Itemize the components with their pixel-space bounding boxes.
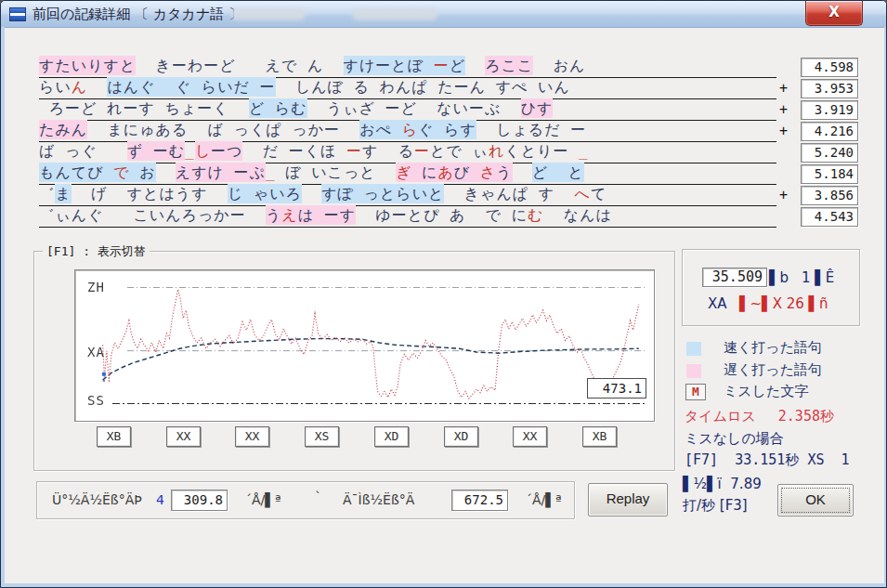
stats-groupbox xyxy=(682,249,860,326)
line-select-button[interactable]: XD xyxy=(444,426,478,447)
typed-segment: なんは xyxy=(543,205,611,225)
typed-segment: えすけ ーぷ xyxy=(176,163,266,182)
ok-button[interactable]: OK xyxy=(777,484,854,516)
line-select-button[interactable]: XX xyxy=(235,426,269,447)
line-select-button[interactable]: XX xyxy=(513,426,547,447)
fast-word-label: 速く打った語句 xyxy=(724,339,822,357)
typed-segment: げ すとはうす xyxy=(72,184,228,203)
typed-segment: う xyxy=(496,163,512,182)
typed-segment: ぼ いこっと xyxy=(276,163,396,182)
best-speed-label: Ä¯Ìß½Ëß°Ä xyxy=(343,492,414,507)
typed-segment: とで ぃ xyxy=(430,141,489,161)
typed-segment: らい xyxy=(39,77,72,97)
line-select-button[interactable]: XB xyxy=(97,426,131,447)
graph-groupbox-label: [F1] : 表示切替 xyxy=(43,243,150,260)
typed-segment: し xyxy=(195,141,211,161)
typing-line: たみん まにゅある ば っくぱ っかー おぺ らぐ らす しょるだ ー xyxy=(39,120,776,142)
line-select-button[interactable]: XS xyxy=(305,426,339,447)
typed-segment: ゆーとぴ あ で に xyxy=(356,205,528,225)
typed-segment: じ ゃいろ xyxy=(228,184,302,203)
typed-segment: ど xyxy=(450,56,465,75)
typed-segment: きゃんぱ す xyxy=(444,184,574,203)
line-time-box: 5.240 xyxy=(801,143,858,163)
line-time-box: 5.184 xyxy=(801,164,858,184)
line-select-button[interactable]: XB xyxy=(582,426,617,447)
typed-segment xyxy=(465,56,485,75)
worst-speed-value-box: 309.8 xyxy=(171,490,228,511)
typed-segment: ー xyxy=(346,141,362,161)
typed-segment: に xyxy=(411,163,437,182)
typing-line: すたいりすと きーわーど えで ん すけーとぼ ーど ろここ おん xyxy=(39,56,776,78)
close-button[interactable]: X xyxy=(805,1,863,26)
fast-word-swatch xyxy=(686,342,701,356)
blurred-text xyxy=(352,8,437,20)
y-label-bottom: SS xyxy=(87,393,105,408)
typing-line: もんてび で お えすけ ーぷ_ ぼ いこっと ぎ にあび さう ど と xyxy=(39,163,776,185)
typed-segment: む xyxy=(528,205,543,225)
rate-value-label: ▌½▌ï 7.89 xyxy=(683,476,762,492)
typed-segment: しょるだ ー xyxy=(476,120,586,139)
slow-word-label: 遅く打った語句 xyxy=(724,361,822,379)
typed-segment: ま xyxy=(55,184,71,203)
typed-segment: え xyxy=(281,205,297,225)
typed-segment: は ーす xyxy=(298,205,356,225)
typed-segment: はんぐ ぐ らいだ ー xyxy=(107,77,275,97)
tick-mark: ` xyxy=(315,490,321,504)
typed-segment xyxy=(87,77,107,97)
title-bar[interactable]: 前回の記録詳細 〔 カタカナ語 〕 X xyxy=(1,1,887,28)
typed-segment: うぃざ ーど ないーぶ xyxy=(307,98,521,118)
avg-label: XA xyxy=(708,295,727,312)
slow-word-swatch xyxy=(686,364,701,378)
line-time-box: 3.919 xyxy=(801,100,858,120)
time-unit-label: ▌b xyxy=(769,269,789,286)
worst-speed-label: Ü°½Ä½Ëß°ÄÞ xyxy=(52,492,142,507)
line-time-box: 3.856 xyxy=(801,186,858,205)
typed-segment: おん xyxy=(533,56,585,75)
typed-segment: もんてび xyxy=(39,163,113,182)
nomiss-label: ミスなしの場合 xyxy=(685,430,784,448)
replay-button[interactable]: Replay xyxy=(588,483,668,516)
typed-segment: ぎ xyxy=(396,163,411,182)
y-label-mid: XA xyxy=(87,345,105,359)
typed-segment: ら xyxy=(402,120,418,139)
typing-line: ゛ぃんぐ こいんろっかー うえは ーす ゆーとぴ あ で にむ なんは xyxy=(39,205,776,228)
typed-segment: て xyxy=(591,184,607,203)
typed-segment: しんぼ る わんぱ たーん すぺ いん xyxy=(276,77,570,97)
speed-plot: ZH XA SS 473.1 xyxy=(74,269,655,422)
line-select-button[interactable]: XX xyxy=(166,426,201,447)
typed-segment: ど と xyxy=(532,163,584,182)
typing-line: らいん はんぐ ぐ らいだ ー しんぼ る わんぱ たーん すぺ いん xyxy=(39,77,776,99)
f7-nomiss-time-label: [F7] 33.151秒 XS 1 xyxy=(685,451,850,469)
graph-value-box: 473.1 xyxy=(587,378,646,399)
typed-segment: たみん xyxy=(39,120,87,139)
typed-segment: ど らむ xyxy=(249,98,307,118)
typed-segment: れ xyxy=(489,141,504,161)
line-time-box: 4.598 xyxy=(801,58,858,77)
typed-segment: ん xyxy=(72,77,87,97)
worst-line-number: 4 xyxy=(156,492,164,507)
ok-button-label: OK xyxy=(805,491,826,507)
blurred-text xyxy=(231,8,306,20)
total-time-box: 35.509 xyxy=(702,268,767,287)
typed-segment: _ xyxy=(579,141,589,161)
plus-mark: + xyxy=(779,80,794,97)
typing-line: ゛ま げ すとはうす じ ゃいろ すぽ っとらいと きゃんぱ す へて xyxy=(39,184,776,206)
typed-segment: ーつ xyxy=(211,141,242,161)
typing-line: ろーど れーす ちょーく ど らむ うぃざ ーど ないーぶ ひす xyxy=(39,98,776,121)
plus-mark: + xyxy=(779,187,794,203)
worst-speed-unit: ´Å/▌ª xyxy=(245,492,281,507)
miss-count-label: ▌~▌X 26 ▌ñ xyxy=(739,295,828,312)
line-select-button[interactable]: XD xyxy=(374,426,409,447)
typed-segment: ろーど れーす ちょーく xyxy=(39,98,249,118)
rate-unit-label: 打/秒 [F3] xyxy=(683,497,748,515)
app-icon xyxy=(9,7,26,21)
timeloss-label: タイムロス 2.358秒 xyxy=(685,408,834,425)
typed-segment: び xyxy=(454,163,480,182)
typed-segment: ゛ぃんぐ こいんろっかー xyxy=(39,205,266,225)
typed-segment: で xyxy=(113,163,129,182)
typed-segment: お xyxy=(130,163,156,182)
typed-segment: きーわーど えで ん xyxy=(136,56,343,75)
typed-segment: ぐ らす xyxy=(418,120,476,139)
typed-segment xyxy=(156,163,176,182)
window-title: 前回の記録詳細 〔 カタカナ語 〕 xyxy=(33,1,242,27)
